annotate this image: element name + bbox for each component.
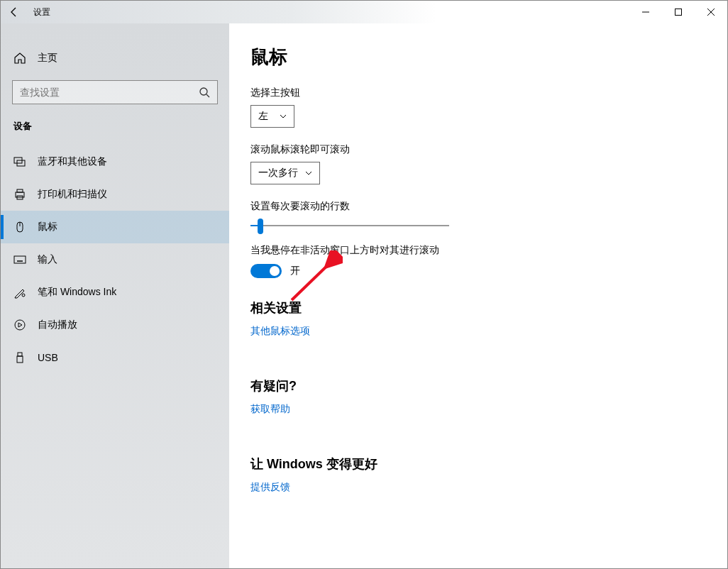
mouse-icon: [13, 221, 26, 233]
main-content: 鼠标 选择主按钮 左 滚动鼠标滚轮即可滚动 一次多行 设置每次要滚动的行数 当我…: [229, 23, 727, 568]
svg-point-20: [15, 320, 25, 330]
page-title: 鼠标: [250, 45, 699, 70]
search-input[interactable]: [20, 87, 199, 98]
pen-icon: [13, 286, 26, 299]
titlebar: 设置: [1, 1, 727, 23]
sidebar: 主页 设备 蓝牙和其他设备: [1, 23, 229, 568]
home-label: 主页: [38, 52, 57, 65]
slider-thumb[interactable]: [258, 219, 263, 234]
toggle-state-label: 开: [290, 265, 300, 277]
feedback-heading: 让 Windows 变得更好: [250, 455, 699, 473]
bluetooth-devices-icon: [13, 155, 26, 168]
sidebar-nav: 蓝牙和其他设备 打印机和扫描仪 鼠标: [1, 145, 229, 374]
lines-slider[interactable]: [250, 219, 449, 233]
sidebar-item-pen[interactable]: 笔和 Windows Ink: [1, 276, 229, 309]
sidebar-section-label: 设备: [1, 104, 229, 138]
keyboard-icon: [13, 253, 26, 266]
chevron-down-icon: [280, 111, 287, 122]
sidebar-item-label: 自动播放: [38, 319, 77, 331]
sidebar-item-printers[interactable]: 打印机和扫描仪: [1, 178, 229, 211]
printer-icon: [13, 188, 26, 201]
home-button[interactable]: 主页: [1, 45, 229, 72]
primary-button-value: 左: [258, 110, 268, 123]
search-icon: [199, 87, 210, 98]
home-icon: [13, 52, 26, 65]
chevron-down-icon: [305, 167, 312, 179]
primary-button-select[interactable]: 左: [250, 105, 294, 128]
sidebar-item-mouse[interactable]: 鼠标: [1, 211, 229, 243]
window-title: 设置: [33, 6, 50, 18]
svg-rect-22: [17, 356, 23, 363]
sidebar-item-label: USB: [38, 352, 58, 363]
toggle-knob: [270, 266, 280, 276]
sidebar-item-label: 笔和 Windows Ink: [38, 286, 116, 299]
usb-icon: [13, 351, 26, 364]
scroll-mode-value: 一次多行: [258, 167, 298, 179]
scroll-mode-label: 滚动鼠标滚轮即可滚动: [250, 143, 699, 156]
minimize-button[interactable]: [629, 1, 662, 23]
sidebar-item-autoplay[interactable]: 自动播放: [1, 309, 229, 341]
svg-rect-13: [14, 256, 26, 263]
primary-button-label: 选择主按钮: [250, 87, 699, 99]
search-box[interactable]: [12, 80, 218, 104]
close-button[interactable]: [695, 1, 727, 23]
get-help-link[interactable]: 获取帮助: [250, 403, 290, 416]
slider-track: [250, 225, 449, 226]
sidebar-item-label: 打印机和扫描仪: [38, 188, 107, 201]
hover-scroll-label: 当我悬停在非活动窗口上方时对其进行滚动: [250, 244, 699, 257]
svg-point-4: [200, 88, 207, 95]
svg-rect-21: [18, 353, 22, 356]
lines-label: 设置每次要滚动的行数: [250, 200, 699, 213]
sidebar-item-typing[interactable]: 输入: [1, 243, 229, 276]
related-settings-heading: 相关设置: [250, 299, 699, 316]
autoplay-icon: [13, 319, 26, 331]
maximize-button[interactable]: [662, 1, 695, 23]
sidebar-item-bluetooth[interactable]: 蓝牙和其他设备: [1, 145, 229, 178]
sidebar-item-label: 鼠标: [38, 221, 57, 233]
svg-point-19: [22, 294, 25, 297]
hover-scroll-toggle[interactable]: [250, 264, 282, 278]
feedback-link[interactable]: 提供反馈: [250, 481, 290, 494]
sidebar-item-label: 蓝牙和其他设备: [38, 155, 107, 168]
svg-rect-1: [675, 9, 682, 16]
svg-rect-9: [17, 189, 23, 192]
sidebar-item-usb[interactable]: USB: [1, 341, 229, 374]
back-button[interactable]: [8, 6, 21, 18]
sidebar-item-label: 输入: [38, 253, 57, 266]
help-heading: 有疑问?: [250, 377, 699, 394]
svg-line-5: [206, 94, 209, 97]
other-mouse-options-link[interactable]: 其他鼠标选项: [250, 325, 310, 338]
scroll-mode-select[interactable]: 一次多行: [250, 162, 320, 184]
